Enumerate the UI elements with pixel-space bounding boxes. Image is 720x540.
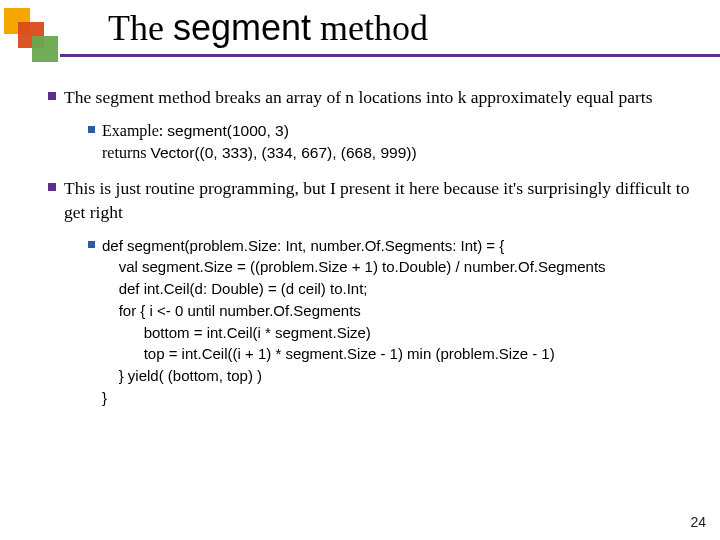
example-block: Example: segment(1000, 3) returns Vector…	[102, 120, 700, 164]
bullet-marker	[40, 86, 64, 110]
title-text-em: segment	[173, 7, 311, 48]
title-text-pre: The	[108, 8, 173, 48]
example-returns-val: Vector((0, 333), (334, 667), (668, 999))	[150, 144, 416, 161]
slide-title: The segment method	[108, 6, 428, 50]
code-text: def segment(problem.Size: Int, number.Of…	[102, 235, 700, 409]
corner-decoration	[4, 8, 84, 68]
bullet-marker	[40, 177, 64, 224]
example-returns-lead: returns	[102, 144, 150, 161]
title-text-post: method	[311, 8, 428, 48]
bullet-marker	[80, 235, 102, 409]
bullet-lvl1: This is just routine programming, but I …	[40, 177, 700, 224]
bullet-lvl2: def segment(problem.Size: Int, number.Of…	[80, 235, 700, 409]
code-block: def segment(problem.Size: Int, number.Of…	[102, 235, 700, 409]
example-call: segment(1000, 3)	[167, 122, 289, 139]
title-underline	[60, 54, 720, 57]
slide-body: The segment method breaks an array of n …	[40, 86, 700, 413]
bullet-text: This is just routine programming, but I …	[64, 177, 700, 224]
bullet-marker	[80, 120, 102, 164]
example-lead: Example:	[102, 122, 167, 139]
deco-square	[32, 36, 58, 62]
bullet-lvl1: The segment method breaks an array of n …	[40, 86, 700, 110]
slide-number: 24	[690, 514, 706, 530]
bullet-lvl2: Example: segment(1000, 3) returns Vector…	[80, 120, 700, 164]
bullet-text: The segment method breaks an array of n …	[64, 86, 700, 110]
